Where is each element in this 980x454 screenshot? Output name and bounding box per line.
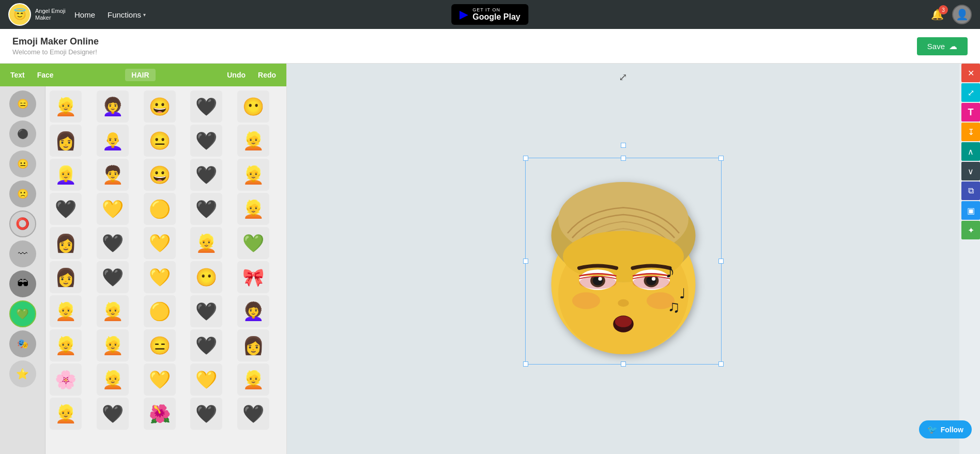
hair-item[interactable]: 🖤 xyxy=(97,261,129,293)
hair-item[interactable]: 👱‍♀️ xyxy=(50,159,82,191)
twitter-icon: 🐦 xyxy=(927,425,938,434)
hair-item[interactable]: 💚 xyxy=(237,227,269,259)
emoji-canvas[interactable]: ♪ ♩ ♫ xyxy=(525,158,722,365)
hair-item[interactable]: 😶 xyxy=(237,90,269,123)
move-down-tool-btn[interactable]: ∨ xyxy=(961,162,980,180)
hair-item[interactable]: 👱 xyxy=(237,125,269,157)
close-tool-btn[interactable]: ✕ xyxy=(961,64,980,82)
face-part-mask[interactable]: 🎭 xyxy=(9,330,36,357)
page-title-section: Emoji Maker Online Welcome to Emoji Desi… xyxy=(12,36,99,56)
face-part-eyes[interactable]: ⚫ xyxy=(9,120,36,147)
face-part-sunglasses[interactable]: 🕶 xyxy=(9,270,36,297)
svg-point-18 xyxy=(572,292,600,309)
hair-item[interactable]: 👱 xyxy=(97,329,129,361)
text-tool-btn[interactable]: Text xyxy=(4,69,31,81)
hair-item[interactable]: 🟡 xyxy=(144,295,176,327)
align-down-tool-btn[interactable]: ↧ xyxy=(961,123,980,141)
hair-item[interactable]: 🎀 xyxy=(237,261,269,293)
hair-item[interactable]: 👱 xyxy=(237,364,269,396)
hair-item[interactable]: 👱 xyxy=(50,90,82,123)
hair-item[interactable]: 🟡 xyxy=(144,193,176,225)
logo[interactable]: 😇 Angel Emoji Maker xyxy=(8,3,66,26)
notification-button[interactable]: 🔔 3 xyxy=(931,8,944,21)
face-part-hair-teal[interactable]: 💚 xyxy=(9,300,36,327)
hair-item[interactable]: 👱 xyxy=(50,398,82,430)
undo-btn[interactable]: Undo xyxy=(221,69,252,81)
hair-item[interactable]: 💛 xyxy=(144,261,176,293)
right-tools-panel: ✕ ⤢ T ↧ ∧ ∨ ⧉ ▣ ✦ xyxy=(959,64,980,454)
hair-item[interactable]: 👩‍🦱 xyxy=(237,295,269,327)
hair-item[interactable]: 🖤 xyxy=(237,398,269,430)
face-part-star[interactable]: ⭐ xyxy=(9,360,36,387)
hair-item[interactable]: 👩 xyxy=(50,261,82,293)
paste-tool-btn[interactable]: ▣ xyxy=(961,201,980,220)
face-part-circle[interactable]: ⭕ xyxy=(9,210,36,237)
svg-text:♫: ♫ xyxy=(667,297,680,316)
hair-item[interactable]: 💛 xyxy=(190,364,222,396)
hair-item[interactable]: 🖤 xyxy=(97,398,129,430)
hair-item[interactable]: 😀 xyxy=(144,90,176,123)
expand-button[interactable]: ⤢ xyxy=(619,71,627,83)
hair-item[interactable]: 👩 xyxy=(50,125,82,157)
hair-tool-btn[interactable]: HAIR xyxy=(125,69,155,81)
hair-item[interactable]: 👱 xyxy=(97,364,129,396)
hair-item[interactable]: 🌸 xyxy=(50,364,82,396)
hair-item[interactable]: 👱 xyxy=(50,329,82,361)
transform-tool-btn[interactable]: ⤢ xyxy=(961,83,980,102)
hair-item[interactable]: 😀 xyxy=(144,159,176,191)
face-part-eyebrows[interactable]: 😑 xyxy=(9,90,36,117)
svg-point-17 xyxy=(615,316,631,327)
hair-item[interactable]: 😶 xyxy=(190,261,222,293)
hair-item[interactable]: 😑 xyxy=(144,329,176,361)
hair-item[interactable]: 👩‍🦱 xyxy=(97,90,129,123)
hair-item[interactable]: 💛 xyxy=(144,364,176,396)
hair-item[interactable]: 👩 xyxy=(237,329,269,361)
face-tool-btn[interactable]: Face xyxy=(31,69,60,81)
svg-point-13 xyxy=(646,276,656,285)
hair-item[interactable]: 🖤 xyxy=(190,159,222,191)
copy-tool-btn[interactable]: ⧉ xyxy=(961,181,980,200)
hair-item[interactable]: 😐 xyxy=(144,125,176,157)
google-play-link[interactable]: ▶ GET IT ON Google Play xyxy=(451,4,528,25)
redo-btn[interactable]: Redo xyxy=(252,69,282,81)
text-tool-btn-right[interactable]: T xyxy=(961,103,980,122)
eraser-tool-btn[interactable]: ✦ xyxy=(961,221,980,239)
follow-button[interactable]: 🐦 Follow xyxy=(919,420,972,438)
nav-functions[interactable]: Functions ▾ xyxy=(108,10,146,19)
hair-item[interactable]: 🖤 xyxy=(190,295,222,327)
hair-item[interactable]: 👩 xyxy=(50,227,82,259)
hair-item[interactable]: 🖤 xyxy=(50,193,82,225)
user-avatar[interactable]: 👤 xyxy=(952,5,972,24)
nav-home[interactable]: Home xyxy=(74,10,95,19)
hair-item[interactable]: 🖤 xyxy=(97,227,129,259)
emoji-display: ♪ ♩ ♫ xyxy=(525,158,722,365)
move-up-tool-btn[interactable]: ∧ xyxy=(961,142,980,161)
svg-point-9 xyxy=(598,277,602,281)
hair-item[interactable]: 🖤 xyxy=(190,90,222,123)
hair-item[interactable]: 👱 xyxy=(237,193,269,225)
handle-rotate[interactable] xyxy=(621,143,626,148)
google-play-icon: ▶ xyxy=(460,8,468,21)
hair-item[interactable]: 👩‍🦲 xyxy=(97,125,129,157)
hair-item[interactable]: 👱 xyxy=(50,295,82,327)
notification-badge: 3 xyxy=(939,5,948,14)
hair-item[interactable]: 👱 xyxy=(97,295,129,327)
hair-item[interactable]: 👱 xyxy=(190,227,222,259)
hair-item[interactable]: 💛 xyxy=(97,193,129,225)
hair-item[interactable]: 👱 xyxy=(237,159,269,191)
svg-text:♪: ♪ xyxy=(665,260,675,282)
hair-item[interactable]: 🌺 xyxy=(144,398,176,430)
hair-item[interactable]: 🖤 xyxy=(190,125,222,157)
hair-item[interactable]: 🧑‍🦱 xyxy=(97,159,129,191)
save-button[interactable]: Save ☁ xyxy=(917,37,968,55)
face-part-mustache[interactable]: 〰 xyxy=(9,240,36,267)
hair-item[interactable]: 🖤 xyxy=(190,329,222,361)
hair-item[interactable]: 🖤 xyxy=(190,398,222,430)
google-play-banner[interactable]: ▶ GET IT ON Google Play xyxy=(451,4,528,25)
hair-item[interactable]: 💛 xyxy=(144,227,176,259)
face-part-nose[interactable]: 😐 xyxy=(9,150,36,177)
hair-item[interactable]: 🖤 xyxy=(190,193,222,225)
face-part-mouth[interactable]: 🙁 xyxy=(9,180,36,207)
hair-grid: 👱 👩‍🦱 😀 🖤 😶 👩 👩‍🦲 😐 🖤 👱 👱‍♀️ 🧑‍🦱 😀 xyxy=(50,90,282,430)
svg-point-15 xyxy=(618,299,629,307)
